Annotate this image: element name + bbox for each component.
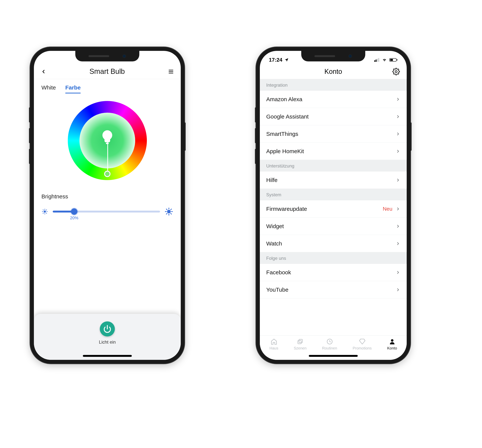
section-follow-us: Folge uns [260, 252, 407, 264]
phone-frame-left: Smart Bulb White Farbe Brightness [30, 47, 184, 364]
svg-line-10 [46, 213, 47, 213]
front-camera [348, 54, 352, 58]
brightness-value: 20% [70, 216, 78, 220]
home-indicator[interactable] [83, 355, 132, 357]
scenes-icon [296, 338, 304, 345]
svg-line-21 [171, 209, 172, 210]
chevron-right-icon [396, 149, 400, 153]
battery-icon [389, 58, 398, 62]
chevron-right-icon [396, 288, 400, 292]
color-wheel-area [34, 95, 181, 182]
tab-label: Szenen [294, 346, 307, 350]
row-apple-homekit[interactable]: Apple HomeKit [260, 143, 407, 160]
svg-line-19 [171, 213, 172, 214]
row-label: YouTube [266, 287, 288, 293]
location-arrow-icon [284, 58, 289, 62]
svg-point-30 [395, 71, 397, 72]
wifi-icon [382, 58, 387, 62]
tab-label: Promotions [353, 346, 372, 350]
row-label: Firmwareupdate [266, 206, 307, 212]
status-time: 17:24 [269, 57, 282, 63]
brightness-high-icon[interactable] [165, 207, 173, 216]
tab-label: Konto [387, 346, 397, 350]
power-card: Licht ein [34, 314, 181, 360]
row-watch[interactable]: Watch [260, 235, 407, 252]
speaker-grille [88, 55, 109, 57]
cellular-icon [374, 58, 379, 62]
diamond-icon [358, 338, 366, 345]
account-header: Konto [260, 64, 407, 79]
home-indicator[interactable] [309, 355, 358, 357]
brightness-slider[interactable]: 20% [53, 211, 160, 213]
row-google-assistant[interactable]: Google Assistant [260, 108, 407, 125]
svg-line-20 [166, 213, 167, 214]
row-label: Apple HomeKit [266, 148, 304, 154]
svg-point-13 [167, 210, 170, 213]
brightness-slider-row: 20% [41, 207, 173, 216]
menu-button[interactable] [168, 69, 174, 75]
svg-rect-29 [390, 59, 393, 61]
row-widget[interactable]: Widget [260, 218, 407, 235]
row-label: Facebook [266, 269, 291, 276]
svg-rect-25 [377, 59, 378, 62]
row-label: Widget [266, 223, 284, 230]
tab-color[interactable]: Farbe [65, 84, 81, 93]
tab-promotions[interactable]: Promotions [353, 338, 372, 350]
row-label: Amazon Alexa [266, 96, 302, 103]
account-list[interactable]: Integration Amazon Alexa Google Assistan… [260, 79, 407, 360]
svg-point-4 [44, 211, 46, 213]
row-youtube[interactable]: YouTube [260, 281, 407, 298]
phone-frame-right: 17:24 Konto Integration Amazon Alexa Goo [256, 47, 411, 364]
tab-white[interactable]: White [41, 84, 56, 93]
settings-button[interactable] [392, 68, 400, 75]
back-button[interactable] [41, 69, 46, 74]
chevron-right-icon [396, 270, 400, 275]
screen-account: 17:24 Konto Integration Amazon Alexa Goo [260, 51, 407, 360]
power-button[interactable] [100, 321, 115, 336]
row-amazon-alexa[interactable]: Amazon Alexa [260, 91, 407, 108]
row-label: Google Assistant [266, 113, 308, 120]
brightness-slider-thumb[interactable] [71, 208, 77, 215]
tab-konto[interactable]: Konto [387, 338, 397, 350]
front-camera [122, 54, 126, 58]
gear-icon [392, 68, 400, 75]
chevron-right-icon [396, 241, 400, 246]
chevron-right-icon [396, 178, 400, 182]
tab-routinen[interactable]: Routinen [322, 338, 337, 350]
tab-haus[interactable]: Haus [269, 338, 278, 350]
chevron-right-icon [396, 132, 400, 136]
notch [301, 51, 365, 61]
screen-smart-bulb: Smart Bulb White Farbe Brightness [34, 51, 181, 360]
row-firmware-update[interactable]: Firmwareupdate Neu [260, 200, 407, 218]
page-title: Konto [324, 68, 342, 76]
chevron-right-icon [396, 207, 400, 211]
row-label: Hilfe [266, 177, 277, 183]
page-title: Smart Bulb [89, 67, 125, 76]
tab-szenen[interactable]: Szenen [294, 338, 307, 350]
section-support: Unterstützung [260, 160, 407, 171]
svg-rect-26 [378, 58, 379, 62]
svg-rect-32 [299, 339, 302, 343]
svg-line-9 [43, 210, 43, 210]
color-picker-stick [107, 141, 108, 171]
svg-line-12 [46, 210, 47, 210]
row-smartthings[interactable]: SmartThings [260, 125, 407, 143]
power-label: Licht ein [99, 339, 116, 345]
color-wheel[interactable] [68, 101, 147, 180]
notch [75, 51, 139, 61]
clock-icon [326, 338, 333, 345]
row-help[interactable]: Hilfe [260, 171, 407, 189]
svg-line-11 [43, 213, 43, 213]
svg-rect-31 [298, 340, 301, 344]
row-label: SmartThings [266, 131, 298, 137]
svg-rect-23 [374, 60, 375, 62]
section-system: System [260, 189, 407, 200]
speaker-grille [315, 55, 335, 57]
home-icon [270, 338, 278, 345]
row-facebook[interactable]: Facebook [260, 264, 407, 281]
chevron-left-icon [41, 69, 46, 74]
svg-rect-28 [397, 59, 397, 60]
color-picker-handle[interactable] [104, 171, 111, 177]
power-icon [103, 325, 111, 333]
brightness-low-icon[interactable] [41, 208, 48, 215]
